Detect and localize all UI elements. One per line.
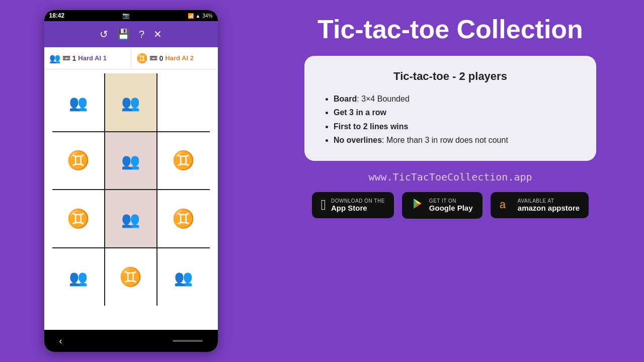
app-store-text: Download on the App Store [331, 198, 385, 212]
phone-area: 18:42 📷 📶 ▲ 34% ↺ 💾 ? ✕ 👥 📼 1 Hard AI 1 [0, 0, 262, 362]
help-icon[interactable]: ? [139, 29, 144, 40]
cell-1-0[interactable]: ♊ [52, 132, 105, 190]
wifi-icon: ▲ [196, 13, 201, 19]
back-arrow-icon[interactable]: ‹ [59, 336, 62, 346]
google-play-sub: GET IT ON [429, 198, 473, 204]
app-title: Tic-tac-toe Collection [317, 15, 583, 44]
status-time: 18:42 [49, 12, 65, 19]
close-icon[interactable]: ✕ [153, 28, 162, 40]
app-store-sub: Download on the [331, 198, 385, 204]
amazon-store-sub: available at [518, 198, 580, 204]
history-icon[interactable]: ↺ [100, 28, 108, 40]
play-icon [411, 197, 424, 214]
card-bullets: Board: 3×4 Bounded Get 3 in a row First … [323, 92, 578, 147]
status-icons: 📶 ▲ 34% [188, 13, 213, 19]
cell-3-0[interactable]: 👥 [52, 248, 105, 306]
cell-1-1[interactable]: 👥 [105, 132, 157, 190]
board-row-1: ♊ 👥 ♊ [52, 132, 210, 190]
store-buttons:  Download on the App Store GET IT ON Go… [312, 192, 589, 219]
player2-score-num: 0 [159, 54, 164, 62]
player1-score: 👥 📼 1 Hard AI 1 [44, 50, 131, 67]
cassette-icon: 📼 [62, 54, 70, 62]
phone-mockup: 18:42 📷 📶 ▲ 34% ↺ 💾 ? ✕ 👥 📼 1 Hard AI 1 [44, 10, 218, 352]
save-icon[interactable]: 💾 [117, 28, 130, 40]
cell-1-2[interactable]: ♊ [157, 132, 209, 190]
cell-0-2[interactable] [157, 73, 209, 132]
player1-score-num: 1 [72, 54, 76, 62]
website-url: www.TicTacToeCollection.app [368, 171, 532, 183]
app-store-name: App Store [331, 204, 385, 212]
card-heading: Tic-tac-toe - 2 players [323, 70, 578, 83]
status-camera-icon: 📷 [122, 12, 130, 19]
game-board[interactable]: 👥 👥 ♊ 👥 ♊ ♊ 👥 ♊ 👥 ♊ 👥 [44, 69, 218, 310]
player2-score: ♊ 📼 0 Hard AI 2 [131, 50, 218, 67]
google-play-text: GET IT ON Google Play [429, 198, 473, 212]
player2-label: Hard AI 2 [165, 54, 194, 62]
bullet-lines: First to 2 lines wins [334, 120, 578, 133]
status-bar: 18:42 📷 📶 ▲ 34% [44, 10, 218, 21]
cell-2-2[interactable]: ♊ [157, 190, 209, 248]
cell-3-1[interactable]: ♊ [105, 248, 157, 306]
app-store-button[interactable]:  Download on the App Store [312, 192, 394, 218]
apple-icon:  [321, 197, 326, 213]
board-row-0: 👥 👥 [52, 73, 210, 132]
player2-avatar: ♊ [136, 53, 147, 64]
info-card: Tic-tac-toe - 2 players Board: 3×4 Bound… [304, 56, 596, 161]
board-row-2: ♊ 👥 ♊ [52, 190, 210, 248]
google-play-name: Google Play [429, 204, 473, 212]
cell-0-0[interactable]: 👥 [52, 73, 105, 132]
bullet-board: Board: 3×4 Bounded [334, 92, 578, 106]
board-row-3: 👥 ♊ 👥 [52, 248, 210, 306]
google-play-button[interactable]: GET IT ON Google Play [402, 192, 482, 219]
cell-0-1[interactable]: 👥 [105, 73, 157, 132]
player1-label: Hard AI 1 [78, 54, 107, 62]
cell-3-2[interactable]: 👥 [157, 248, 209, 306]
cell-2-1[interactable]: 👥 [105, 190, 157, 248]
bullet-overlines: No overlines: More than 3 in row does no… [334, 133, 578, 147]
svg-text:a: a [500, 198, 506, 210]
bullet-row: Get 3 in a row [334, 106, 578, 119]
info-area: Tic-tac-toe Collection Tic-tac-toe - 2 p… [262, 0, 644, 362]
phone-nav: ‹ [44, 330, 218, 352]
amazon-store-text: available at amazon appstore [518, 198, 580, 212]
score-bar: 👥 📼 1 Hard AI 1 ♊ 📼 0 Hard AI 2 [44, 47, 218, 69]
signal-icon: 📶 [188, 13, 194, 19]
battery-icon: 34% [202, 13, 212, 19]
player1-avatar: 👥 [49, 53, 60, 64]
bottom-spacer [44, 310, 218, 330]
amazon-store-button[interactable]: a available at amazon appstore [491, 192, 589, 218]
grid-table: 👥 👥 ♊ 👥 ♊ ♊ 👥 ♊ 👥 ♊ 👥 [52, 73, 210, 306]
phone-toolbar: ↺ 💾 ? ✕ [44, 21, 218, 47]
home-pill[interactable] [173, 340, 203, 342]
cassette2-icon: 📼 [149, 54, 157, 62]
amazon-icon: a [500, 197, 513, 213]
amazon-store-name: amazon appstore [518, 204, 580, 212]
cell-2-0[interactable]: ♊ [52, 190, 105, 248]
